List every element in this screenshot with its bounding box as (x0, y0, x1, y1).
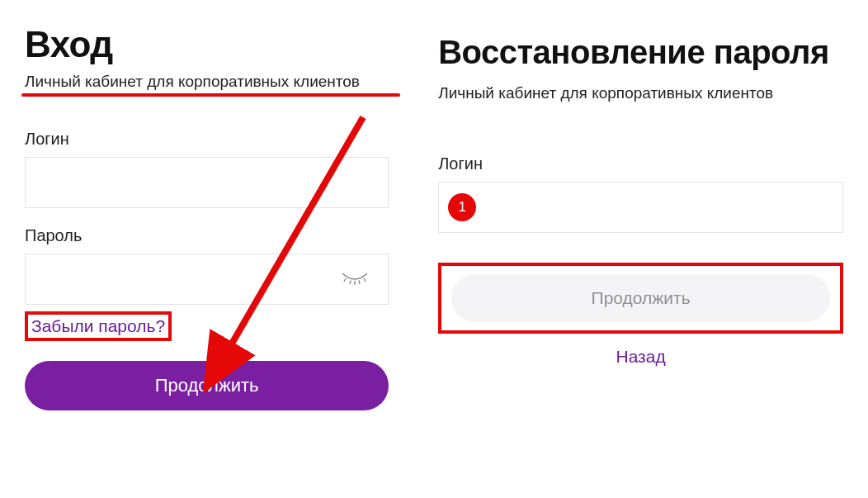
password-field: Пароль (25, 226, 389, 305)
login-subtitle: Личный кабинет для корпоративных клиенто… (25, 71, 389, 93)
annotation-badge: 1 (448, 193, 476, 221)
login-field: Логин (25, 130, 389, 208)
login-title: Вход (25, 25, 389, 64)
login-continue-button[interactable]: Продолжить (25, 361, 389, 410)
recovery-title: Восстановление пароля (438, 33, 843, 71)
login-subtitle-wrap: Личный кабинет для корпоративных клиенто… (25, 71, 389, 93)
forgot-password-link[interactable]: Забыли пароль? (31, 316, 165, 335)
recovery-back-link[interactable]: Назад (616, 347, 666, 367)
annotation-underline (21, 93, 400, 97)
recovery-continue-button[interactable]: Продолжить (451, 274, 830, 322)
recovery-login-input[interactable] (438, 182, 843, 233)
login-field-label: Логин (25, 130, 389, 149)
recovery-login-label: Логин (438, 154, 843, 173)
password-input[interactable] (25, 254, 389, 305)
login-panel: Вход Личный кабинет для корпоративных кл… (25, 25, 389, 410)
recovery-panel: Восстановление пароля Личный кабинет для… (438, 25, 843, 410)
annotation-forgot-box: Забыли пароль? (25, 311, 172, 341)
recovery-subtitle: Личный кабинет для корпоративных клиенто… (438, 83, 843, 105)
annotation-continue-box: Продолжить (438, 263, 843, 334)
password-field-label: Пароль (25, 226, 389, 245)
annotation-badge-number: 1 (458, 199, 465, 216)
recovery-login-field: Логин 1 (438, 154, 843, 233)
login-input[interactable] (25, 157, 389, 208)
